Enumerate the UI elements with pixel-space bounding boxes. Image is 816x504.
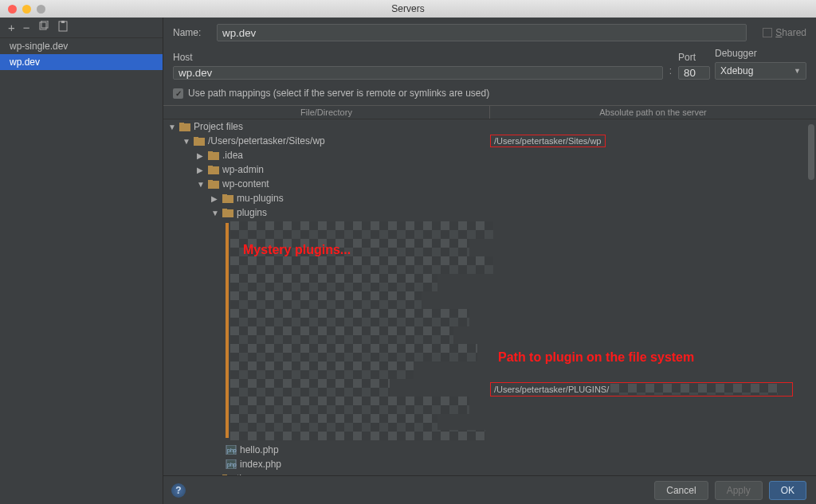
svg-rect-23 [230,256,493,274]
svg-rect-28 [230,344,477,361]
copy-icon[interactable] [38,21,49,34]
folder-icon [179,123,190,131]
tree-muplugins: mu-plugins [237,193,284,204]
abs-path-2[interactable]: /Users/petertasker/PLUGINS/ [490,382,793,397]
sidebar-toolbar: + − [0,18,163,38]
svg-rect-7 [194,137,198,139]
debugger-select[interactable]: Xdebug ▼ [715,62,806,80]
chevron-right-icon[interactable]: ▶ [197,166,205,174]
svg-text:php: php [227,462,237,468]
name-field[interactable] [217,24,747,41]
help-icon[interactable]: ? [171,483,186,498]
svg-rect-9 [208,151,213,154]
folder-icon [222,194,233,203]
tree-path: /Users/petertasker/Sites/wp [208,135,325,147]
host-field[interactable] [173,66,663,80]
svg-rect-15 [222,194,227,197]
abs-path-1[interactable]: /Users/petertasker/Sites/wp [490,135,606,147]
folder-icon [208,180,219,189]
chevron-down-icon: ▼ [794,67,801,75]
php-file-icon: php [226,459,237,469]
titlebar: Servers [0,0,816,18]
svg-rect-26 [230,309,469,326]
chevron-right-icon[interactable]: ▶ [197,151,205,160]
paste-icon[interactable] [57,21,69,34]
window-title: Servers [0,3,816,14]
path-mapping-tree[interactable]: ▼ Project files ▼ /Users/petertasker/Sit… [163,119,816,475]
tree-idea: .idea [222,150,243,161]
svg-rect-29 [230,361,414,379]
php-file-icon: php [226,445,237,455]
svg-text:php: php [227,447,237,454]
pathmap-checkbox[interactable]: ✓ [173,88,183,99]
port-label: Port [678,52,710,63]
annotation-mystery: Mystery plugins... [243,243,351,257]
remove-icon[interactable]: − [23,21,30,34]
chevron-down-icon[interactable]: ▼ [168,123,176,131]
svg-rect-1 [41,21,48,28]
chevron-down-icon[interactable]: ▼ [211,209,219,217]
folder-icon [208,151,219,160]
table-header: File/Directory Absolute path on the serv… [163,105,816,119]
svg-rect-27 [230,326,453,344]
pathmap-label: Use path mappings (select if the server … [188,88,489,99]
selection-bar [226,223,229,438]
svg-rect-25 [230,291,422,309]
svg-rect-30 [230,379,390,397]
tree-index: index.php [240,459,281,470]
tree-wpcontent: wp-content [222,178,269,189]
name-label: Name: [173,27,209,38]
chevron-right-icon[interactable]: ▶ [211,194,219,203]
tree-plugins: plugins [237,207,267,218]
ok-button[interactable]: OK [769,481,806,500]
chevron-down-icon[interactable]: ▼ [182,137,190,146]
svg-rect-32 [230,414,437,432]
host-label: Host [173,52,663,63]
tree-wpadmin: wp-admin [222,164,264,175]
add-icon[interactable]: + [8,21,15,34]
svg-rect-13 [208,180,213,182]
sidebar-item-wp-dev[interactable]: wp.dev [0,54,163,70]
svg-rect-17 [222,209,227,211]
svg-rect-0 [40,22,46,29]
cancel-button[interactable]: Cancel [654,481,708,500]
svg-rect-3 [61,21,65,23]
apply-button[interactable]: Apply [715,481,763,500]
port-field[interactable] [678,66,710,80]
scrollbar[interactable] [808,124,814,180]
folder-icon [194,137,205,146]
svg-rect-5 [179,123,184,125]
server-list: wp-single.dev wp.dev [0,38,163,504]
svg-rect-24 [230,274,437,291]
sidebar-item-wp-single[interactable]: wp-single.dev [0,38,163,54]
col-file-dir: File/Directory [163,106,490,119]
svg-rect-21 [230,221,493,239]
tree-root: Project files [194,121,243,132]
svg-rect-33 [230,430,485,440]
svg-rect-11 [208,166,213,168]
svg-rect-31 [230,397,469,414]
tree-hello: hello.php [240,444,279,455]
folder-icon [208,166,219,174]
folder-icon [222,209,233,217]
debugger-label: Debugger [715,48,806,59]
col-abs-path: Absolute path on the server [490,106,816,119]
svg-rect-42 [610,384,778,395]
shared-checkbox[interactable]: Shared [763,27,806,38]
chevron-down-icon[interactable]: ▼ [197,180,205,189]
annotation-pathnote: Path to plugin on the file system [498,350,694,365]
